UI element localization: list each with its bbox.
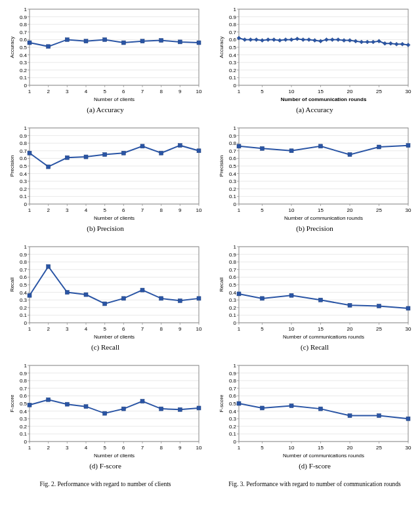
svg-text:7: 7 [140, 445, 144, 451]
svg-rect-295 [65, 291, 69, 295]
svg-text:0.2: 0.2 [19, 186, 27, 192]
svg-text:8: 8 [159, 89, 163, 94]
svg-text:0.3: 0.3 [228, 60, 236, 66]
chart-left-fscore: 00.10.20.30.40.50.60.70.80.9112345678910… [7, 361, 204, 460]
svg-text:0.1: 0.1 [228, 312, 236, 318]
svg-text:0: 0 [24, 320, 27, 326]
svg-rect-60 [140, 39, 144, 43]
svg-text:10: 10 [288, 89, 294, 94]
svg-text:0.8: 0.8 [228, 140, 236, 146]
svg-text:10: 10 [196, 89, 201, 94]
svg-text:Number of communication rounds: Number of communication rounds [284, 215, 362, 221]
svg-text:0.8: 0.8 [228, 259, 236, 265]
cell-left-accuracy: 00.10.20.30.40.50.60.70.80.9112345678910… [5, 5, 205, 121]
svg-text:0.7: 0.7 [19, 267, 27, 273]
svg-text:Precision: Precision [219, 155, 224, 177]
svg-text:1: 1 [237, 89, 240, 94]
svg-text:0.5: 0.5 [228, 163, 236, 169]
caption-right-fscore: (d) F-score [299, 462, 331, 470]
svg-text:10: 10 [288, 445, 294, 451]
svg-rect-358 [377, 304, 381, 308]
svg-rect-232 [289, 149, 293, 153]
svg-rect-477 [260, 406, 264, 410]
svg-text:0.4: 0.4 [19, 290, 27, 296]
svg-text:0.2: 0.2 [19, 424, 27, 430]
svg-rect-425 [197, 406, 201, 410]
svg-text:0.4: 0.4 [19, 52, 27, 58]
svg-text:1: 1 [233, 363, 236, 369]
svg-text:1: 1 [28, 445, 31, 451]
svg-text:5: 5 [261, 207, 264, 213]
chart-right-fscore: 00.10.20.30.40.50.60.70.80.9115101520253… [217, 361, 413, 460]
svg-text:8: 8 [159, 445, 163, 451]
svg-rect-54 [28, 41, 32, 45]
svg-text:30: 30 [405, 207, 411, 213]
cell-left-recall: 00.10.20.30.40.50.60.70.80.9112345678910… [5, 243, 205, 359]
svg-text:0.5: 0.5 [228, 401, 236, 407]
svg-rect-61 [159, 39, 163, 43]
svg-rect-420 [102, 411, 106, 415]
cell-right-precision: 00.10.20.30.40.50.60.70.80.9115101520253… [215, 124, 415, 240]
svg-rect-479 [318, 407, 322, 411]
svg-text:4: 4 [84, 326, 87, 332]
svg-rect-62 [178, 40, 182, 44]
svg-rect-58 [102, 37, 106, 41]
svg-text:0: 0 [24, 201, 27, 207]
figure-caption-left: Fig. 2. Performance with regard to numbe… [5, 481, 205, 487]
svg-rect-174 [102, 153, 106, 157]
svg-rect-481 [377, 414, 381, 418]
svg-text:0.7: 0.7 [19, 148, 27, 154]
svg-text:0.8: 0.8 [228, 378, 236, 384]
svg-rect-421 [121, 407, 125, 411]
svg-text:Accuracy: Accuracy [219, 37, 224, 58]
svg-text:3: 3 [66, 326, 69, 332]
svg-text:8: 8 [159, 326, 163, 332]
svg-text:1: 1 [28, 207, 31, 213]
svg-text:0.1: 0.1 [228, 194, 236, 199]
svg-text:0.4: 0.4 [19, 171, 27, 177]
svg-text:Accuracy: Accuracy [9, 37, 15, 58]
svg-text:0.6: 0.6 [228, 393, 236, 399]
svg-text:0.1: 0.1 [19, 75, 27, 81]
svg-text:Number of clients: Number of clients [93, 96, 134, 102]
svg-text:3: 3 [66, 89, 69, 94]
svg-text:0.5: 0.5 [228, 282, 236, 288]
svg-text:1: 1 [28, 89, 31, 94]
chart-right-precision: 00.10.20.30.40.50.60.70.80.9115101520253… [217, 124, 413, 222]
svg-text:0.7: 0.7 [228, 386, 236, 392]
chart-grid: 00.10.20.30.40.50.60.70.80.9112345678910… [5, 5, 415, 487]
svg-rect-476 [237, 402, 241, 405]
svg-text:30: 30 [405, 445, 411, 451]
svg-text:1: 1 [24, 363, 27, 369]
svg-rect-298 [121, 297, 125, 300]
svg-rect-354 [260, 297, 264, 300]
svg-text:15: 15 [318, 89, 324, 94]
svg-rect-302 [197, 297, 201, 300]
svg-text:0.7: 0.7 [228, 148, 236, 154]
svg-rect-417 [46, 398, 50, 402]
svg-text:0.3: 0.3 [19, 178, 27, 184]
svg-rect-230 [237, 144, 241, 148]
svg-text:1: 1 [24, 244, 27, 250]
svg-text:3: 3 [66, 445, 69, 451]
svg-rect-63 [197, 41, 201, 45]
chart-left-accuracy: 00.10.20.30.40.50.60.70.80.9112345678910… [7, 5, 204, 104]
svg-text:1: 1 [233, 125, 236, 131]
svg-text:4: 4 [84, 207, 87, 213]
svg-text:0: 0 [233, 201, 236, 207]
svg-text:5: 5 [103, 89, 106, 94]
svg-text:1: 1 [24, 125, 27, 131]
svg-text:2: 2 [47, 89, 50, 94]
svg-text:0.1: 0.1 [228, 75, 236, 81]
svg-text:F-score: F-score [9, 394, 15, 413]
svg-text:0.2: 0.2 [228, 424, 236, 430]
svg-text:1: 1 [237, 326, 240, 332]
svg-text:1: 1 [237, 445, 240, 451]
caption-right-precision: (b) Precision [296, 224, 333, 232]
svg-text:0.3: 0.3 [19, 297, 27, 303]
svg-text:0.5: 0.5 [19, 282, 27, 288]
svg-text:25: 25 [376, 89, 382, 94]
svg-text:0.2: 0.2 [228, 305, 236, 311]
svg-rect-299 [140, 288, 144, 292]
svg-text:10: 10 [196, 445, 201, 451]
